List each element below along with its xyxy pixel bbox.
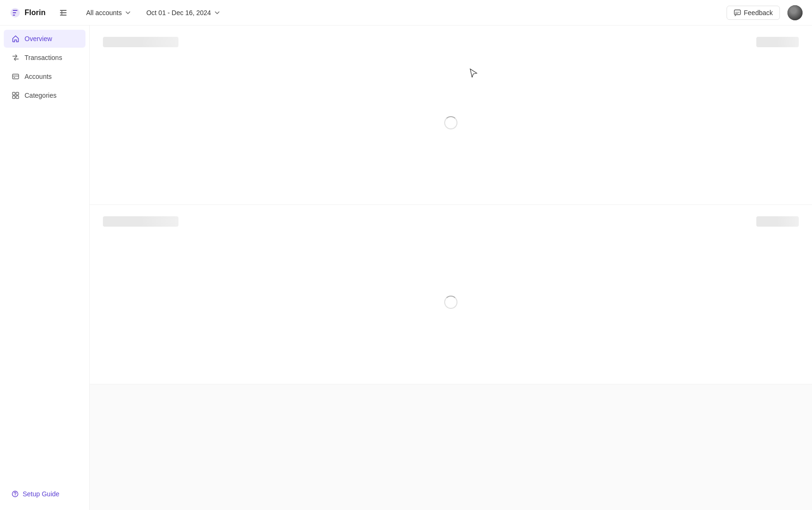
svg-rect-7 [14, 77, 15, 78]
svg-rect-11 [16, 96, 19, 99]
sidebar-item-accounts[interactable]: Accounts [4, 68, 85, 85]
accounts-selector[interactable]: All accounts [81, 6, 135, 19]
main-layout: Overview Transactions Accounts [0, 26, 812, 510]
header: Florin All accounts Oct 01 - Dec 16, 202… [0, 0, 812, 26]
date-range-selector[interactable]: Oct 01 - Dec 16, 2024 [142, 6, 225, 19]
section-1-action-skeleton [756, 37, 799, 47]
feedback-button[interactable]: Feedback [727, 6, 780, 20]
setup-guide-label: Setup Guide [23, 490, 59, 498]
transactions-icon [11, 53, 20, 62]
section-2-loading [103, 236, 799, 368]
section-panel-1 [90, 26, 812, 205]
svg-rect-3 [60, 15, 67, 16]
sidebar-toggle-icon [59, 8, 68, 17]
chevron-down-icon [125, 9, 131, 16]
section-1-loading [103, 57, 799, 189]
sidebar-accounts-label: Accounts [25, 73, 52, 80]
sidebar-toggle-button[interactable] [57, 6, 70, 19]
feedback-label: Feedback [744, 9, 773, 17]
section-2-action-skeleton [756, 216, 799, 227]
setup-guide-button[interactable]: Setup Guide [4, 485, 85, 502]
section-panel-2 [90, 205, 812, 384]
feedback-icon [734, 9, 741, 17]
accounts-selector-label: All accounts [86, 9, 121, 17]
user-avatar[interactable] [787, 5, 803, 20]
date-range-label: Oct 01 - Dec 16, 2024 [146, 9, 211, 17]
sidebar-item-transactions[interactable]: Transactions [4, 49, 85, 67]
chevron-down-icon-2 [214, 9, 220, 16]
sidebar-categories-label: Categories [25, 92, 57, 99]
svg-rect-1 [60, 10, 67, 11]
sidebar-transactions-label: Transactions [25, 54, 62, 61]
logo[interactable]: Florin [9, 7, 45, 18]
setup-guide-icon [11, 490, 19, 498]
app-name: Florin [25, 8, 45, 17]
categories-icon [11, 91, 20, 100]
sidebar-overview-label: Overview [25, 35, 52, 42]
sidebar-item-categories[interactable]: Categories [4, 86, 85, 104]
loading-spinner-1 [444, 116, 457, 129]
section-1-header [103, 37, 799, 47]
header-right: Feedback [727, 5, 803, 20]
sidebar-bottom: Setup Guide [0, 478, 89, 510]
home-icon [11, 34, 20, 43]
svg-rect-8 [13, 93, 16, 95]
florin-logo-icon [9, 7, 21, 18]
loading-spinner-2 [444, 296, 457, 309]
svg-rect-9 [16, 93, 19, 95]
header-controls: All accounts Oct 01 - Dec 16, 2024 [81, 6, 225, 19]
avatar-image [787, 5, 803, 20]
accounts-icon [11, 72, 20, 81]
section-1-title-skeleton [103, 37, 178, 47]
section-2-title-skeleton [103, 216, 178, 227]
svg-rect-10 [13, 96, 16, 99]
sidebar-item-overview[interactable]: Overview [4, 30, 85, 48]
sidebar: Overview Transactions Accounts [0, 26, 90, 510]
main-content [90, 26, 812, 510]
section-2-header [103, 216, 799, 227]
svg-rect-2 [60, 12, 67, 13]
svg-point-13 [15, 495, 15, 496]
svg-rect-6 [13, 74, 19, 79]
